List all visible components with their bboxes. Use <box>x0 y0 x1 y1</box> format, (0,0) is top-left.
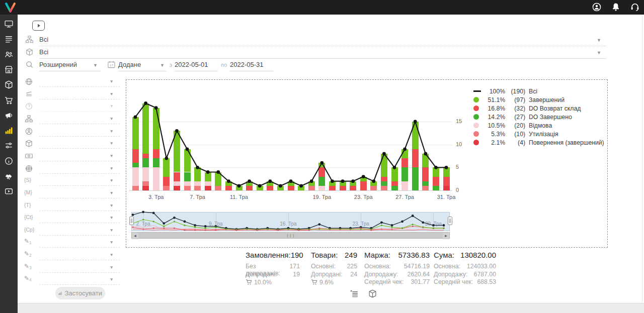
bar-segment-zavershenyi[interactable] <box>360 177 367 181</box>
bar-segment-zavershenyi[interactable] <box>381 154 387 177</box>
legend-item[interactable]: 10.5%(20)Відмова <box>473 121 605 130</box>
bar-segment-vozvrat[interactable] <box>163 177 170 186</box>
bar-segment-zavershenyi[interactable] <box>225 181 232 186</box>
bar-segment-vidmova[interactable] <box>174 181 180 186</box>
bar-segment-vozvrat[interactable] <box>246 186 253 190</box>
bar-segment-do_zaversheno[interactable] <box>318 177 325 186</box>
bar-segment-vozvrat[interactable] <box>381 177 387 181</box>
bar-segment-do_zaversheno[interactable] <box>132 163 139 167</box>
bar-segment-zavershenyi[interactable] <box>267 181 273 186</box>
bar-segment-povernennya[interactable] <box>142 186 149 190</box>
bar-segment-utylizatsiya[interactable] <box>184 186 191 190</box>
bar-segment-do_zaversheno[interactable] <box>433 186 439 190</box>
bar-segment-zavershenyi[interactable] <box>142 103 149 154</box>
bar-segment-utylizatsiya[interactable] <box>422 186 429 190</box>
bar-segment-do_zaversheno[interactable] <box>381 181 387 186</box>
orders-list-view-icon[interactable] <box>350 289 359 298</box>
bar-segment-zavershenyi[interactable] <box>318 163 325 167</box>
bar-segment-zavershenyi[interactable] <box>298 186 304 190</box>
filter-row-select[interactable]: ▼ <box>39 76 120 87</box>
bar-segment-utylizatsiya[interactable] <box>215 186 221 190</box>
bar-segment-vidmova[interactable] <box>132 167 139 186</box>
brush-handle-right[interactable] <box>448 217 452 225</box>
bar-segment-zavershenyi[interactable] <box>184 149 191 172</box>
search-mode-select[interactable]: Розширений ▼ <box>39 60 101 71</box>
sidebar-item-video[interactable] <box>4 186 14 196</box>
bar-segment-vozvrat[interactable] <box>422 167 429 181</box>
bar-segment-vozvrat[interactable] <box>174 172 180 181</box>
bar-segment-zavershenyi[interactable] <box>194 167 201 181</box>
bar-segment-vozvrat[interactable] <box>350 186 356 190</box>
bar-segment-povernennya[interactable] <box>174 186 180 190</box>
bar-segment-vozvrat[interactable] <box>360 181 367 190</box>
bar-segment-vidmova[interactable] <box>401 181 408 190</box>
filter-row-select[interactable]: ▼ <box>39 262 120 273</box>
legend-item[interactable]: 100%(190)Всі <box>473 87 605 95</box>
sidebar-item-handshake[interactable] <box>4 171 14 181</box>
filter-row-select[interactable]: ▼ <box>39 200 120 211</box>
bar-segment-vozvrat[interactable] <box>433 177 439 186</box>
bar-segment-zavershenyi[interactable] <box>153 108 159 149</box>
filter-row-select[interactable]: ▼ <box>39 225 120 236</box>
bar-segment-do_zaversheno[interactable] <box>422 181 429 186</box>
filter-row-select[interactable]: ▼ <box>39 187 120 198</box>
bar-segment-vozvrat[interactable] <box>401 158 408 167</box>
bar-segment-zavershenyi[interactable] <box>257 186 263 190</box>
apply-button[interactable]: Застосувати <box>55 287 105 299</box>
bar-segment-do_zaversheno[interactable] <box>184 172 191 181</box>
bar-segment-zavershenyi[interactable] <box>215 172 221 186</box>
bar-segment-vidmova[interactable] <box>153 167 159 190</box>
sidebar-item-megaphone[interactable] <box>4 111 14 120</box>
bar-segment-do_zaversheno[interactable] <box>153 158 159 167</box>
filter-row-select[interactable]: ▼ <box>39 150 120 161</box>
sidebar-item-box[interactable] <box>4 80 14 89</box>
filter-row-select[interactable]: ▼ <box>39 274 120 285</box>
user-icon[interactable] <box>592 2 602 12</box>
bar-segment-do_zaversheno[interactable] <box>412 167 419 190</box>
sidebar-item-people[interactable] <box>4 50 14 59</box>
date-to-input[interactable]: 2022-05-31 <box>230 60 273 71</box>
bar-segment-utylizatsiya[interactable] <box>308 186 315 190</box>
bar-segment-vidmova[interactable] <box>184 181 191 186</box>
filter-row-select[interactable]: ▼ <box>39 249 120 260</box>
bar-segment-vidmova[interactable] <box>205 181 211 186</box>
tutorial-video-button[interactable] <box>32 21 45 31</box>
bar-segment-zavershenyi[interactable] <box>350 181 356 186</box>
bar-segment-zavershenyi[interactable] <box>277 186 284 190</box>
sidebar-item-list[interactable] <box>4 34 14 44</box>
filter-row-select[interactable]: ▼ <box>39 212 120 223</box>
bar-segment-do_zaversheno[interactable] <box>401 167 408 181</box>
filter-row-select[interactable]: ▼ <box>39 163 120 174</box>
bar-segment-zavershenyi[interactable] <box>308 181 315 186</box>
date-from-input[interactable]: 2022-05-01 <box>175 60 218 71</box>
filter-row-select[interactable]: ▼ <box>39 237 120 248</box>
bar-segment-zavershenyi[interactable] <box>443 167 450 176</box>
product-filter-select[interactable]: Всі ▼ <box>39 47 606 59</box>
bar-segment-vozvrat[interactable] <box>443 177 450 186</box>
bar-segment-zavershenyi[interactable] <box>370 181 377 186</box>
bar-segment-zavershenyi[interactable] <box>205 172 211 181</box>
products-box-view-icon[interactable] <box>368 289 377 298</box>
bar-segment-vidmova[interactable] <box>142 167 149 181</box>
brush-handle-left[interactable] <box>129 217 134 225</box>
sidebar-item-analytics[interactable] <box>4 126 14 135</box>
bar-segment-vozvrat[interactable] <box>153 149 159 158</box>
bar-segment-vozvrat[interactable] <box>391 181 398 186</box>
legend-item[interactable]: 14.2%(27)DO Завершено <box>473 113 605 121</box>
filter-row-select[interactable]: ▼ <box>39 113 120 124</box>
bar-segment-vozvrat[interactable] <box>225 186 232 190</box>
bar-segment-zavershenyi[interactable] <box>236 186 243 190</box>
bar-segment-utylizatsiya[interactable] <box>132 186 139 190</box>
bar-segment-vidmova[interactable] <box>194 181 201 186</box>
shop-filter-select[interactable]: Всі ▼ <box>39 35 606 46</box>
bar-segment-povernennya[interactable] <box>205 186 211 190</box>
support-headset-icon[interactable] <box>630 2 640 12</box>
bar-segment-vozvrat[interactable] <box>329 186 336 190</box>
bar-segment-vozvrat[interactable] <box>267 186 273 190</box>
brand-logo-icon[interactable] <box>4 1 17 14</box>
filter-row-select[interactable]: ▼ <box>39 138 120 149</box>
bar-segment-zavershenyi[interactable] <box>329 181 336 186</box>
bar-segment-zavershenyi[interactable] <box>132 117 139 149</box>
sidebar-item-sliders[interactable] <box>4 141 14 150</box>
bar-segment-vozvrat[interactable] <box>412 149 419 168</box>
